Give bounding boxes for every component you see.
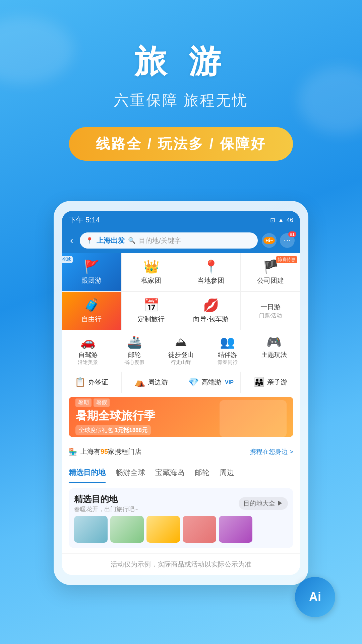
family-icon: 👨‍👩‍👧 [254, 377, 264, 387]
hiking-sub: 行走山野 [171, 359, 191, 366]
phone-mockup: 下午 5:14 ⊡ ▲ 46 ‹ 📍 上海出发 🔍 目的地/关键字 Hi~ [54, 201, 308, 585]
self-drive-label: 自驾游 [78, 351, 98, 359]
hiking-item[interactable]: ⛰ 徒步登山 行走山野 [159, 335, 204, 366]
companion-sub: 青春同行 [218, 359, 238, 366]
menu-item-custom-tour[interactable]: 📅 定制旅行 [122, 292, 181, 330]
luxury-icon: 💎 [188, 377, 199, 387]
nav-bar: ‹ 📍 上海出发 🔍 目的地/关键字 Hi~ ⋯ 81 [62, 229, 300, 253]
free-tour-label: 自由行 [81, 315, 102, 324]
tabs: 精选目的地 畅游全球 宝藏海岛 邮轮 周边 [62, 462, 300, 483]
banner[interactable]: 暑期 暑假 暑期全球旅行季 全球度假礼包 1元抵1888元 [69, 397, 293, 437]
luxury-label: 高端游 [201, 378, 222, 387]
hiking-icon: ⛰ [175, 335, 187, 349]
visa-icon: 📋 [75, 377, 85, 387]
nav-icons: Hi~ ⋯ 81 [262, 233, 295, 248]
tab-cruise[interactable]: 邮轮 [195, 462, 209, 483]
banner-tag1: 暑期 [75, 398, 92, 407]
group-tour-label: 跟团游 [81, 276, 102, 285]
menu-item-company-tour[interactable]: 惊喜特惠 🏴 公司团建 [241, 253, 300, 291]
menu-item-one-day[interactable]: 一日游 门票·活动 [241, 292, 300, 330]
family-tag[interactable]: 👨‍👩‍👧 亲子游 [241, 372, 300, 393]
dest-header: 精选目的地 春暖花开，出门旅行吧~ 目的地大全 ▶ [74, 493, 288, 513]
hi-badge: Hi~ [263, 237, 275, 244]
dest-img-5[interactable] [219, 516, 252, 543]
dest-header-left: 精选目的地 春暖花开，出门旅行吧~ [74, 493, 138, 513]
private-tour-icon: 👑 [143, 259, 159, 274]
back-button[interactable]: ‹ [67, 234, 76, 247]
nearby-icon: ⛺ [134, 377, 145, 387]
one-day-sub: 门票·活动 [259, 312, 282, 319]
tab-global-tour[interactable]: 畅游全球 [116, 462, 145, 483]
wifi-icon: ▲ [278, 217, 284, 224]
theme-label: 主题玩法 [261, 351, 287, 359]
dest-img-2[interactable] [110, 516, 144, 543]
luxury-tag[interactable]: 💎 高端游 VIP [181, 372, 240, 393]
pin-icon: 📍 [86, 237, 93, 244]
dest-img-3[interactable] [146, 516, 180, 543]
banner-container: 暑期 暑假 暑期全球旅行季 全球度假礼包 1元抵1888元 [62, 393, 300, 441]
menu-item-private-tour[interactable]: 👑 私家团 [122, 253, 181, 291]
status-bar: 下午 5:14 ⊡ ▲ 46 [62, 211, 300, 229]
hiking-label: 徒步登山 [168, 351, 194, 359]
visa-tag[interactable]: 📋 办签证 [62, 372, 121, 393]
companion-item[interactable]: 👥 结伴游 青春同行 [205, 335, 250, 366]
custom-tour-icon: 📅 [143, 298, 159, 313]
dest-section: 精选目的地 春暖花开，出门旅行吧~ 目的地大全 ▶ [69, 488, 293, 548]
battery-icon: ⊡ [270, 216, 275, 224]
tab-nearby[interactable]: 周边 [220, 462, 234, 483]
search-destination[interactable]: 目的地/关键字 [139, 236, 181, 245]
company-tour-label: 公司团建 [257, 276, 284, 285]
banner-tag2: 暑假 [94, 398, 110, 407]
dest-img-4[interactable] [183, 516, 216, 543]
cruise-item[interactable]: 🚢 邮轮 省心度假 [112, 335, 157, 366]
nearby-tag[interactable]: ⛺ 周边游 [122, 372, 181, 393]
visa-label: 办签证 [88, 378, 108, 387]
search-bar[interactable]: 📍 上海出发 🔍 目的地/关键字 [80, 232, 258, 249]
local-tour-label: 当地参团 [197, 276, 224, 285]
tab-featured-dest[interactable]: 精选目的地 [69, 462, 106, 483]
guide-tour-label: 向导·包车游 [193, 315, 229, 324]
status-icons: ⊡ ▲ 46 [270, 216, 293, 224]
private-tour-label: 私家团 [141, 276, 161, 285]
menu-item-guide-tour[interactable]: 💋 向导·包车游 [181, 292, 240, 330]
special-badge: 惊喜特惠 [276, 256, 297, 263]
menu-item-local-tour[interactable]: 📍 当地参团 [181, 253, 240, 291]
dest-section-wrapper: 精选目的地 春暖花开，出门旅行吧~ 目的地大全 ▶ [62, 483, 300, 553]
dest-img-1[interactable] [74, 516, 108, 543]
guide-tour-icon: 💋 [203, 298, 219, 313]
dest-images [74, 516, 288, 543]
companion-icon: 👥 [220, 335, 235, 349]
menu-item-free-tour[interactable]: 🧳 自由行 [62, 292, 121, 330]
notification-button[interactable]: ⋯ 81 [280, 233, 295, 248]
hero-subtitle: 六重保障 旅程无忧 [13, 91, 349, 110]
cruise-sub: 省心度假 [124, 359, 144, 366]
search-icon: 🔍 [128, 237, 135, 244]
local-tour-icon: 📍 [203, 259, 219, 274]
banner-text: 暑期 暑假 暑期全球旅行季 全球度假礼包 1元抵1888元 [75, 398, 155, 435]
dest-link[interactable]: 目的地大全 ▶ [239, 497, 288, 510]
menu-item-group-tour[interactable]: 畅游全球 🚩 跟团游 [62, 253, 121, 291]
status-time: 下午 5:14 [69, 215, 100, 225]
custom-tour-label: 定制旅行 [138, 315, 165, 324]
self-drive-icon: 🚗 [80, 335, 96, 349]
family-label: 亲子游 [267, 378, 287, 387]
hero-badge[interactable]: 线路全 / 玩法多 / 保障好 [69, 127, 293, 161]
signal-icon: 46 [287, 217, 293, 224]
store-count: 95 [101, 448, 108, 455]
hero-title: 旅 游 [13, 40, 349, 84]
hi-button[interactable]: Hi~ [262, 233, 277, 248]
search-origin: 上海出发 [97, 236, 125, 245]
nearby-label: 周边游 [148, 378, 168, 387]
notification-badge: 81 [288, 231, 296, 237]
phone-inner: 下午 5:14 ⊡ ▲ 46 ‹ 📍 上海出发 🔍 目的地/关键字 Hi~ [62, 211, 300, 575]
disclaimer: 活动仅为示例，实际商品或活动以实际公示为准 [62, 553, 300, 575]
notification-icon: ⋯ [284, 236, 291, 245]
tab-island[interactable]: 宝藏海岛 [155, 462, 185, 483]
banner-illustration [220, 400, 287, 437]
store-link[interactable]: 携程在您身边 > [250, 447, 293, 456]
group-tour-icon: 🚩 [84, 259, 100, 274]
self-drive-item[interactable]: 🚗 自驾游 沿途美景 [65, 335, 111, 366]
ai-button[interactable]: Ai [295, 577, 335, 617]
cruise-label: 邮轮 [128, 351, 141, 359]
theme-item[interactable]: 🎮 主题玩法 [251, 335, 297, 366]
